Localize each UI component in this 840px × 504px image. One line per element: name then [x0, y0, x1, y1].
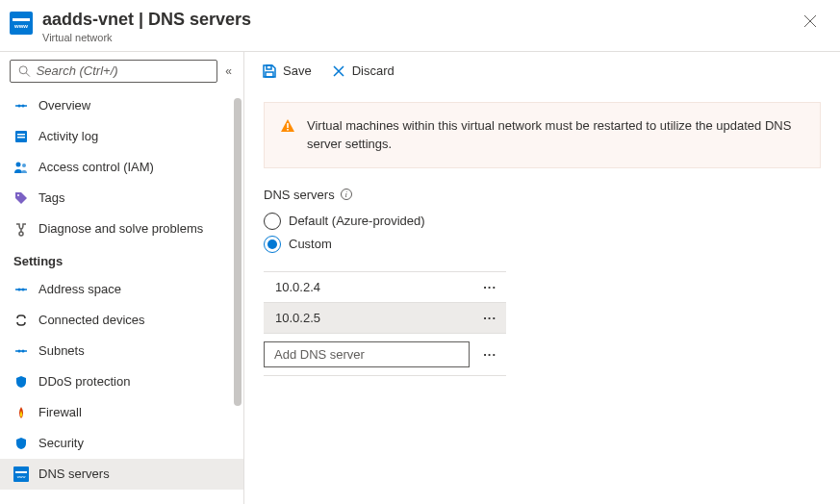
vnet-icon: www: [10, 12, 33, 35]
sidebar-item-label: Overview: [38, 98, 90, 113]
sidebar-item-label: Firewall: [38, 405, 82, 419]
sidebar-item-label: Subnets: [38, 343, 85, 358]
sidebar-item-firewall[interactable]: Firewall: [0, 397, 243, 428]
svg-rect-21: [267, 65, 271, 69]
sidebar-item-address-space[interactable]: Address space: [0, 274, 243, 305]
svg-text:www: www: [17, 474, 26, 479]
dns-mode-radio-group: Default (Azure-provided) Custom: [264, 210, 821, 256]
discard-icon: [331, 63, 346, 79]
main-content: Save Discard Virtual machines within thi…: [244, 52, 840, 504]
svg-point-5: [18, 104, 21, 107]
shield-icon: [13, 374, 29, 390]
security-icon: [13, 436, 29, 451]
sidebar-nav: Overview Activity log Access control (IA…: [0, 90, 243, 504]
svg-point-14: [18, 288, 21, 290]
sidebar-item-ddos-protection[interactable]: DDoS protection: [0, 366, 243, 397]
activity-log-icon: [13, 129, 29, 144]
radio-default[interactable]: Default (Azure-provided): [264, 210, 821, 233]
alert-text: Virtual machines within this virtual net…: [307, 116, 804, 154]
svg-point-17: [22, 349, 25, 352]
svg-rect-8: [17, 134, 25, 136]
dns-server-row[interactable]: 10.0.2.5 ···: [264, 303, 506, 334]
svg-point-15: [22, 288, 25, 290]
dns-server-ip: 10.0.2.4: [264, 272, 473, 302]
collapse-sidebar-button[interactable]: «: [223, 63, 234, 80]
sidebar-item-connected-devices[interactable]: Connected devices: [0, 305, 243, 336]
dns-server-list: 10.0.2.4 ··· 10.0.2.5 ··· ···: [264, 271, 506, 376]
warning-alert: Virtual machines within this virtual net…: [264, 102, 821, 168]
dns-add-row: ···: [264, 334, 506, 376]
search-input[interactable]: [37, 63, 210, 78]
svg-point-3: [19, 65, 27, 73]
tags-icon: [13, 190, 29, 206]
sidebar-item-security[interactable]: Security: [0, 428, 243, 459]
sidebar-item-label: Diagnose and solve problems: [38, 221, 203, 236]
address-space-icon: [13, 282, 29, 297]
page-subtitle: Virtual network: [42, 32, 796, 43]
firewall-icon: [13, 405, 29, 420]
radio-indicator: [264, 213, 281, 230]
radio-custom[interactable]: Custom: [264, 233, 821, 256]
sidebar: « Overview Activity log Access control (…: [0, 52, 244, 504]
svg-point-11: [22, 164, 26, 167]
svg-line-4: [26, 73, 30, 77]
add-dns-input[interactable]: [264, 341, 470, 367]
close-button[interactable]: [796, 10, 825, 35]
sidebar-section-settings: Settings: [0, 244, 243, 274]
sidebar-item-label: Tags: [38, 190, 64, 205]
sidebar-item-dns-servers[interactable]: www DNS servers: [0, 459, 243, 490]
access-control-icon: [13, 160, 29, 175]
toolbar: Save Discard: [244, 52, 840, 90]
save-button[interactable]: Save: [260, 60, 314, 83]
diagnose-icon: [13, 221, 29, 237]
header-text: aadds-vnet | DNS servers Virtual network: [42, 10, 796, 43]
scrollbar[interactable]: [232, 90, 243, 504]
svg-rect-24: [287, 129, 289, 131]
sidebar-item-activity-log[interactable]: Activity log: [0, 121, 243, 152]
info-icon[interactable]: i: [341, 189, 352, 200]
sidebar-item-label: Connected devices: [38, 313, 145, 327]
svg-rect-23: [287, 123, 289, 128]
dns-server-row[interactable]: 10.0.2.4 ···: [264, 271, 506, 303]
sidebar-item-label: Security: [38, 436, 84, 450]
radio-indicator: [264, 236, 281, 253]
row-more-button[interactable]: ···: [473, 303, 506, 333]
svg-rect-9: [17, 137, 25, 139]
sidebar-item-tags[interactable]: Tags: [0, 183, 243, 214]
sidebar-item-label: Access control (IAM): [38, 160, 154, 174]
svg-point-12: [17, 194, 19, 196]
subnets-icon: [13, 343, 29, 359]
discard-button[interactable]: Discard: [329, 60, 396, 83]
svg-point-6: [22, 104, 25, 107]
sidebar-item-label: Address space: [38, 282, 121, 296]
dns-servers-label: DNS servers i: [264, 188, 821, 202]
connected-devices-icon: [13, 313, 29, 328]
overview-icon: [13, 98, 29, 113]
svg-point-16: [18, 349, 21, 352]
sidebar-item-label: Activity log: [38, 129, 98, 143]
sidebar-item-overview[interactable]: Overview: [0, 90, 243, 121]
blade-header: www aadds-vnet | DNS servers Virtual net…: [0, 0, 840, 52]
row-more-button[interactable]: ···: [473, 340, 506, 369]
svg-text:www: www: [13, 23, 28, 29]
dns-server-ip: 10.0.2.5: [264, 303, 473, 333]
svg-rect-19: [15, 471, 27, 473]
sidebar-item-subnets[interactable]: Subnets: [0, 336, 243, 366]
search-box[interactable]: [10, 60, 217, 83]
search-icon: [18, 64, 31, 78]
svg-point-13: [19, 232, 23, 236]
sidebar-item-access-control[interactable]: Access control (IAM): [0, 152, 243, 183]
svg-rect-1: [13, 18, 30, 21]
save-icon: [262, 63, 277, 79]
warning-icon: [280, 118, 295, 154]
sidebar-item-diagnose[interactable]: Diagnose and solve problems: [0, 214, 243, 244]
svg-point-10: [16, 162, 21, 166]
sidebar-item-label: DDoS protection: [38, 374, 130, 389]
page-title: aadds-vnet | DNS servers: [42, 10, 796, 31]
sidebar-item-label: DNS servers: [38, 466, 110, 481]
dns-icon: www: [13, 466, 29, 482]
row-more-button[interactable]: ···: [473, 272, 506, 302]
svg-rect-22: [266, 72, 273, 77]
